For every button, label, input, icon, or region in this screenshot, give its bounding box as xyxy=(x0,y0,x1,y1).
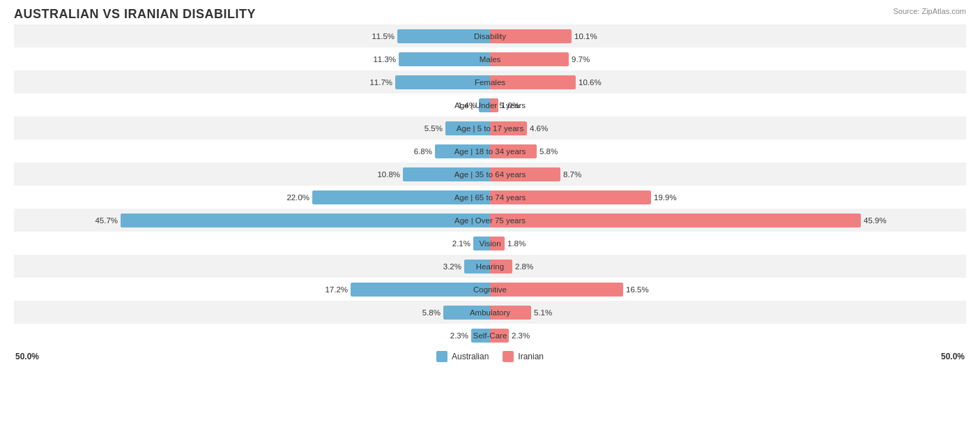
left-value: 2.1% xyxy=(452,239,470,248)
left-value: 45.7% xyxy=(95,216,118,225)
left-bar xyxy=(395,75,490,89)
right-value: 5.8% xyxy=(539,147,558,156)
legend-iranian: Iranian xyxy=(503,351,544,362)
right-bar xyxy=(490,52,569,66)
left-bar xyxy=(464,260,490,274)
left-value: 10.8% xyxy=(377,170,400,179)
table-row: 11.5% 10.1% Disability xyxy=(14,24,966,47)
table-row: 2.3% 2.3% Self-Care xyxy=(14,324,966,347)
left-half: 6.8% xyxy=(14,140,490,163)
rows-wrapper: 11.5% 10.1% Disability 11.3% 9.7% Males … xyxy=(14,24,966,347)
right-value: 5.1% xyxy=(534,308,552,317)
right-half: 1.8% xyxy=(490,232,966,255)
legend-iranian-label: Iranian xyxy=(518,352,544,361)
left-half: 5.8% xyxy=(14,301,490,324)
right-value: 1.8% xyxy=(507,239,526,248)
right-half: 19.9% xyxy=(490,186,966,209)
table-row: 3.2% 2.8% Hearing xyxy=(14,255,966,278)
right-value: 19.9% xyxy=(654,193,677,202)
right-value: 10.1% xyxy=(574,32,597,40)
table-row: 5.5% 4.6% Age | 5 to 17 years xyxy=(14,117,966,140)
right-bar xyxy=(490,283,623,297)
table-row: 11.3% 9.7% Males xyxy=(14,47,966,70)
right-half: 10.1% xyxy=(490,24,966,47)
chart-footer: 50.0% Australian Iranian 50.0% xyxy=(14,351,966,362)
table-row: 11.7% 10.6% Females xyxy=(14,70,966,93)
table-row: 22.0% 19.9% Age | 65 to 74 years xyxy=(14,186,966,209)
right-bar xyxy=(490,29,572,43)
right-half: 2.8% xyxy=(490,255,966,278)
right-value: 1.0% xyxy=(501,101,519,110)
left-value: 22.0% xyxy=(286,193,309,202)
right-bar xyxy=(490,121,527,135)
right-half: 16.5% xyxy=(490,278,966,301)
right-half: 8.7% xyxy=(490,163,966,186)
legend-australian: Australian xyxy=(436,351,489,362)
right-half: 10.6% xyxy=(490,70,966,93)
right-value: 2.8% xyxy=(515,262,533,271)
right-bar xyxy=(490,214,861,227)
right-bar xyxy=(490,237,505,250)
source-text: Source: ZipAtlas.com xyxy=(893,7,966,15)
left-bar xyxy=(435,144,490,158)
right-half: 45.9% xyxy=(490,209,966,232)
right-half: 5.8% xyxy=(490,140,966,163)
left-half: 5.5% xyxy=(14,117,490,140)
left-half: 22.0% xyxy=(14,186,490,209)
table-row: 1.4% 1.0% Age | Under 5 years xyxy=(14,93,966,117)
table-row: 17.2% 16.5% Cognitive xyxy=(14,278,966,301)
left-value: 11.3% xyxy=(373,55,396,63)
left-bar xyxy=(397,29,490,43)
right-value: 10.6% xyxy=(579,78,602,87)
left-bar xyxy=(403,167,490,181)
chart-legend: Australian Iranian xyxy=(39,351,941,362)
right-half: 9.7% xyxy=(490,47,966,70)
right-value: 2.3% xyxy=(512,331,530,340)
left-half: 11.5% xyxy=(14,24,490,47)
left-half: 11.7% xyxy=(14,70,490,93)
left-value: 17.2% xyxy=(325,285,348,294)
left-bar xyxy=(121,214,490,227)
right-bar xyxy=(490,75,576,89)
left-value: 6.8% xyxy=(414,147,432,156)
footer-right-value: 50.0% xyxy=(941,352,965,361)
left-bar xyxy=(399,52,490,66)
right-value: 16.5% xyxy=(626,285,649,294)
legend-australian-box xyxy=(436,351,447,362)
legend-iranian-box xyxy=(503,351,514,362)
left-half: 1.4% xyxy=(14,93,490,117)
chart-title: AUSTRALIAN VS IRANIAN DISABILITY xyxy=(14,7,966,22)
table-row: 6.8% 5.8% Age | 18 to 34 years xyxy=(14,140,966,163)
left-bar xyxy=(473,237,490,250)
table-row: 2.1% 1.8% Vision xyxy=(14,232,966,255)
left-bar xyxy=(443,306,490,320)
right-value: 45.9% xyxy=(864,216,887,225)
right-value: 9.7% xyxy=(572,55,590,63)
right-bar xyxy=(490,306,531,320)
left-value: 3.2% xyxy=(443,262,461,271)
left-value: 1.4% xyxy=(458,101,476,110)
left-bar xyxy=(445,121,490,135)
left-half: 3.2% xyxy=(14,255,490,278)
right-bar xyxy=(490,190,651,204)
left-bar xyxy=(312,190,490,204)
right-bar xyxy=(490,167,560,181)
chart-container: AUSTRALIAN VS IRANIAN DISABILITY Source:… xyxy=(0,0,980,427)
left-bar xyxy=(471,329,490,343)
left-half: 11.3% xyxy=(14,47,490,70)
right-bar xyxy=(490,98,498,112)
right-bar xyxy=(490,329,509,343)
right-half: 4.6% xyxy=(490,117,966,140)
right-half: 5.1% xyxy=(490,301,966,324)
left-value: 5.5% xyxy=(424,124,443,133)
right-bar xyxy=(490,260,512,274)
table-row: 5.8% 5.1% Ambulatory xyxy=(14,301,966,324)
table-row: 45.7% 45.9% Age | Over 75 years xyxy=(14,209,966,232)
table-row: 10.8% 8.7% Age | 35 to 64 years xyxy=(14,163,966,186)
left-value: 11.7% xyxy=(369,78,392,87)
left-bar xyxy=(479,98,490,112)
left-half: 2.1% xyxy=(14,232,490,255)
left-value: 11.5% xyxy=(372,32,395,40)
right-half: 1.0% xyxy=(490,93,966,117)
left-half: 10.8% xyxy=(14,163,490,186)
